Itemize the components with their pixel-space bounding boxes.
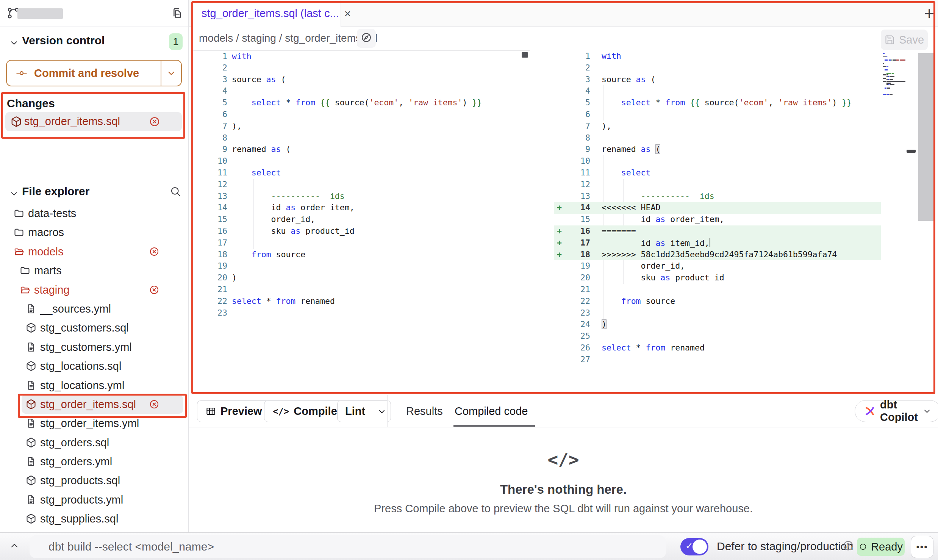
line-number: 16 (554, 225, 590, 237)
code-line-18[interactable]: 18 from source (191, 249, 530, 261)
file-tree-item-staging[interactable]: staging (0, 280, 188, 299)
help-icon[interactable] (843, 540, 854, 553)
code-line-2[interactable]: 2 (191, 62, 530, 74)
file-tree-item-stg_customers.yml[interactable]: stg_customers.yml (0, 338, 188, 357)
file-info-button[interactable] (357, 29, 376, 48)
code-line-1[interactable]: 1with (554, 50, 881, 62)
code-line-3[interactable]: 3source as ( (554, 74, 881, 86)
file-tree-item-stg_supplies.sql[interactable]: stg_supplies.sql (0, 509, 188, 528)
code-line-16[interactable]: +16======= (554, 225, 881, 237)
code-line-22[interactable]: 22 from source (554, 296, 881, 307)
code-line-27[interactable]: 27 (554, 354, 881, 366)
more-options-button[interactable]: ••• (911, 536, 933, 558)
compile-button[interactable]: </> Compile (264, 400, 346, 422)
search-icon[interactable] (170, 186, 181, 199)
changes-file-row[interactable]: stg_order_items.sql (5, 112, 182, 131)
preview-button[interactable]: Preview (197, 400, 271, 422)
code-line-6[interactable]: 6 (554, 109, 881, 120)
code-line-12[interactable]: 12 (554, 179, 881, 191)
code-line-5[interactable]: 5 select * from {{ source('ecom', 'raw_i… (191, 97, 530, 109)
code-line-16[interactable]: 16 sku as product_id (191, 225, 530, 237)
code-line-19[interactable]: 19 order_id, (554, 260, 881, 272)
editor-tab-bar: stg_order_items.sql (last c... × + (189, 0, 938, 27)
code-line-13[interactable]: 13 ---------- ids (554, 191, 881, 202)
code-line-19[interactable]: 19 (191, 260, 530, 272)
code-line-15[interactable]: 15 id as order_item, (554, 214, 881, 225)
code-line-17[interactable]: 17 (191, 237, 530, 249)
code-line-20[interactable]: 20 sku as product_id (554, 272, 881, 284)
code-line-5[interactable]: 5 select * from {{ source('ecom', 'raw_i… (554, 97, 881, 109)
code-line-25[interactable]: 25 (554, 330, 881, 342)
file-tree-item-stg_products.yml[interactable]: stg_products.yml (0, 490, 188, 509)
code-line-13[interactable]: 13 ---------- ids (191, 191, 530, 202)
x-circle-icon (149, 246, 159, 258)
code-line-10[interactable]: 10 (191, 155, 530, 167)
tab-results[interactable]: Results (406, 395, 443, 427)
code-line-21[interactable]: 21 (191, 284, 530, 296)
code-line-24[interactable]: 24) (554, 319, 881, 330)
commit-and-resolve-button[interactable]: Commit and resolve (6, 60, 182, 86)
lint-button[interactable]: Lint (338, 401, 373, 422)
code-line-23[interactable]: 23 (554, 307, 881, 319)
code-line-20[interactable]: 20) (191, 272, 530, 284)
commit-dropdown-button[interactable] (161, 61, 181, 86)
code-line-8[interactable]: 8 (191, 132, 530, 144)
code-line-2[interactable]: 2 (554, 62, 881, 74)
code-line-14[interactable]: +14<<<<<<< HEAD (554, 202, 881, 214)
tab-stg-order-items[interactable]: stg_order_items.sql (last c... × (192, 0, 341, 27)
expand-command-bar-icon[interactable] (9, 540, 20, 552)
code-line-3[interactable]: 3source as ( (191, 74, 530, 86)
tab-close-icon[interactable]: × (344, 8, 351, 19)
code-line-4[interactable]: 4 (191, 85, 530, 97)
minimap[interactable] (883, 53, 906, 140)
editor-pane-current[interactable]: 1with23source as (45 select * from {{ so… (554, 50, 881, 395)
code-line-26[interactable]: 26select * from renamed (554, 342, 881, 354)
file-tree-item-macros[interactable]: macros (0, 223, 188, 242)
editor-pane-last-saved[interactable]: 1with23source as (45 select * from {{ so… (191, 50, 530, 395)
tab-compiled-code[interactable]: Compiled code (455, 395, 528, 427)
code-line-9[interactable]: 9renamed as ( (191, 144, 530, 155)
code-line-17[interactable]: +17 id as item_id, (554, 237, 881, 249)
file-tree-item-stg_order_items.sql[interactable]: stg_order_items.sql (0, 395, 188, 414)
file-tree-item-stg_products.sql[interactable]: stg_products.sql (0, 471, 188, 490)
code-line-14[interactable]: 14 id as order_item, (191, 202, 530, 214)
file-tree-item-stg_order_items.yml[interactable]: stg_order_items.yml (0, 414, 188, 433)
dbt-copilot-logo-icon (864, 405, 875, 417)
file-tree-item-models[interactable]: models (0, 242, 188, 261)
file-tree-item-stg_locations.sql[interactable]: stg_locations.sql (0, 357, 188, 375)
file-label: stg_orders.sql (40, 436, 109, 449)
code-line-1[interactable]: 1with (191, 50, 530, 62)
code-line-7[interactable]: 7), (191, 120, 530, 132)
code-line-18[interactable]: +18>>>>>>> 58c1dd23d5eebd9cd2495fa7124ab… (554, 249, 881, 261)
x-circle-icon (149, 116, 160, 127)
code-line-21[interactable]: 21 (554, 284, 881, 296)
code-line-7[interactable]: 7), (554, 120, 881, 132)
file-tree-item-stg_customers.sql[interactable]: stg_customers.sql (0, 318, 188, 337)
code-line-11[interactable]: 11 select (191, 167, 530, 179)
code-line-10[interactable]: 10 (554, 155, 881, 167)
save-button[interactable]: Save (881, 30, 928, 50)
lint-dropdown-button[interactable] (373, 401, 391, 422)
code-line-23[interactable]: 23 (191, 307, 530, 319)
code-line-12[interactable]: 12 (191, 179, 530, 191)
left-pane-scroll-thumb[interactable] (522, 52, 528, 58)
file-tree-item-marts[interactable]: marts (0, 261, 188, 280)
file-tree-item-data-tests[interactable]: data-tests (0, 204, 188, 223)
file-tree-item-stg_orders.yml[interactable]: stg_orders.yml (0, 452, 188, 471)
code-line-4[interactable]: 4 (554, 85, 881, 97)
file-tree-item-stg_orders.sql[interactable]: stg_orders.sql (0, 433, 188, 452)
diff-editor[interactable]: 1with23source as (45 select * from {{ so… (189, 50, 938, 395)
code-line-15[interactable]: 15 order_id, (191, 214, 530, 225)
defer-toggle[interactable]: ✓ (680, 538, 708, 555)
new-tab-button[interactable]: + (919, 3, 938, 23)
code-line-22[interactable]: 22select * from renamed (191, 296, 530, 307)
code-line-11[interactable]: 11 select (554, 167, 881, 179)
code-line-8[interactable]: 8 (554, 132, 881, 144)
file-tree-item-__sources.yml[interactable]: __sources.yml (0, 299, 188, 318)
right-pane-scrollbar[interactable] (918, 53, 933, 221)
command-input[interactable]: dbt build --select <model_name> (30, 535, 666, 558)
code-line-9[interactable]: 9renamed as ( (554, 144, 881, 155)
code-line-6[interactable]: 6 (191, 109, 530, 120)
file-tree-item-stg_locations.yml[interactable]: stg_locations.yml (0, 376, 188, 395)
dbt-copilot-button[interactable]: dbt Copilot (855, 400, 938, 422)
